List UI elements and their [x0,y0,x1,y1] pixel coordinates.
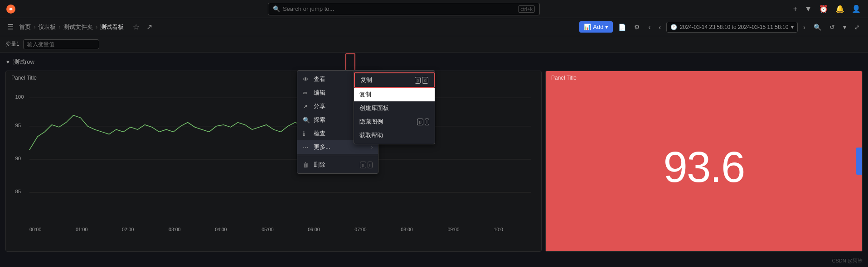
sidebar-toggle-button[interactable]: ☰ [5,21,15,33]
svg-text:02:00: 02:00 [122,227,134,232]
svg-text:90: 90 [15,156,21,161]
time-range-value: 2024-03-14 23:58:10 to 2024-03-15 11:58:… [680,24,789,30]
add-panel-label: Add [593,24,603,30]
breadcrumb-current: 测试看板 [100,23,124,31]
app-logo[interactable] [5,4,16,14]
variable-bar: 变量1 [0,36,868,52]
svg-text:06:00: 06:00 [308,227,320,232]
breadcrumb-sep-1: › [34,24,35,30]
row-title: 测试row [13,58,34,66]
star-button[interactable]: ☆ [131,21,141,33]
svg-text:05:00: 05:00 [262,227,273,232]
time-range-picker[interactable]: 🕐 2024-03-14 23:58:10 to 2024-03-15 11:5… [666,22,798,33]
menu-delete-shortcut: pr [360,162,373,168]
add-panel-icon: 📊 [584,24,591,30]
breadcrumb-actions: ☆ ↗ [131,21,154,33]
panel-chart-title: Panel Title [6,71,541,83]
svg-text:09:00: 09:00 [447,227,459,232]
menu-more-arrow: › [371,145,373,150]
submenu-copy-label: 复制 [359,91,429,99]
variable-label: 变量1 [5,40,19,48]
more-icon: ⋯ [303,144,310,151]
svg-text:03:00: 03:00 [169,227,180,232]
clock-icon[interactable]: ⏰ [817,3,830,15]
breadcrumb-dashboards[interactable]: 仪表板 [38,23,56,31]
svg-text:00:00: 00:00 [29,227,41,232]
add-panel-button[interactable]: 📊 Add ▾ [579,21,613,33]
toolbar-right: 📊 Add ▾ 📄 ⚙ ‹ ‹ 🕐 2024-03-14 23:58:10 to… [579,21,863,33]
submenu-item-help[interactable]: 获取帮助 [354,129,435,142]
menu-share-label: 分享 [314,102,355,110]
watermark: CSDN @阿笨 [832,257,863,264]
panel-chart: Panel Title 100 95 90 85 00:00 [5,71,542,252]
breadcrumb-home[interactable]: 首页 [19,23,31,31]
svg-text:07:00: 07:00 [354,227,366,232]
row-chevron-icon: ▼ [5,59,10,65]
breadcrumb-folder[interactable]: 测试文件夹 [63,23,93,31]
refresh-button[interactable]: ↺ [827,22,838,33]
stat-value: 93.6 [546,83,862,251]
add-button[interactable]: + [791,3,799,15]
svg-text:10:0: 10:0 [494,227,503,232]
next-time-button[interactable]: › [800,22,808,33]
clock-icon: 🕐 [670,24,677,30]
time-range-chevron: ▾ [791,24,794,30]
settings-button[interactable]: ⚙ [631,22,643,33]
breadcrumb-sep-2: › [58,24,60,30]
breadcrumb-sep-3: › [96,24,97,30]
menu-divider [297,156,378,156]
svg-text:08:00: 08:00 [401,227,412,232]
user-avatar[interactable]: 👤 [850,3,863,15]
explore-icon: 🔍 [303,117,310,124]
toolbar: ☰ 首页 › 仪表板 › 测试文件夹 › 测试看板 ☆ ↗ 📊 Add ▾ 📄 … [0,18,868,36]
delete-icon: 🗑 [303,162,310,168]
edit-icon: ✏ [303,90,310,96]
submenu-item-create-library[interactable]: 创建库面板 [354,101,435,115]
svg-text:04:00: 04:00 [215,227,227,232]
submenu-item-hide-legend[interactable]: 隐藏图例 pl [354,115,435,129]
submenu-item-duplicate-shortcut[interactable]: 复制 pd [354,72,435,88]
template-button[interactable]: 📄 [616,22,629,33]
notifications-button[interactable]: 🔔 [834,3,846,15]
search-input[interactable] [283,5,515,12]
panel-stat-title: Panel Title [546,71,862,83]
dropdown-button[interactable]: ▼ [803,3,814,15]
row-header[interactable]: ▼ 测试row [5,56,863,68]
submenu-duplicate-label: 复制 [360,76,411,84]
chart-area: 100 95 90 85 00:00 01:00 02:00 03:00 [6,83,541,249]
view-icon: 👁 [303,76,310,83]
search-shortcut-badge: ctrl+k [518,5,535,13]
submenu-create-library-label: 创建库面板 [359,104,429,112]
inspect-icon: ℹ [303,130,310,137]
svg-text:01:00: 01:00 [76,227,87,232]
add-panel-chevron: ▾ [605,24,608,30]
refresh-dropdown[interactable]: ▾ [840,22,849,33]
breadcrumb: 首页 › 仪表板 › 测试文件夹 › 测试看板 [19,23,124,31]
submenu-duplicate-shortcut: pd [415,77,428,84]
submenu-hide-legend-shortcut: pl [417,119,429,125]
right-edge-tab[interactable] [856,148,863,175]
share-icon: ↗ [303,103,310,110]
svg-text:85: 85 [15,189,21,194]
submenu-hide-legend-label: 隐藏图例 [359,118,413,126]
submenu: 复制 pd 复制 创建库面板 隐藏图例 pl 获取帮助 [354,70,435,144]
share-button[interactable]: ↗ [145,21,154,33]
zoom-out-button[interactable]: 🔍 [811,22,824,33]
topbar-right-icons: + ▼ ⏰ 🔔 👤 [791,3,863,15]
search-icon: 🔍 [273,5,280,12]
search-bar[interactable]: 🔍 ctrl+k [268,3,540,15]
submenu-item-copy[interactable]: 复制 [354,88,435,101]
svg-text:100: 100 [15,94,24,100]
panel-stat: Panel Title 93.6 [545,71,863,252]
top-bar: 🔍 ctrl+k + ▼ ⏰ 🔔 👤 [0,0,868,18]
submenu-help-label: 获取帮助 [359,131,429,139]
menu-delete-label: 删除 [314,161,356,169]
fullscreen-button[interactable]: ⤢ [852,22,863,33]
prev-time-button[interactable]: ‹ [645,22,653,33]
svg-text:95: 95 [15,123,21,128]
chart-svg: 100 95 90 85 00:00 01:00 02:00 03:00 [11,85,536,236]
variable-input[interactable] [23,39,99,49]
menu-item-delete[interactable]: 🗑 删除 pr [297,158,378,172]
prev-time-button-2[interactable]: ‹ [656,22,664,33]
